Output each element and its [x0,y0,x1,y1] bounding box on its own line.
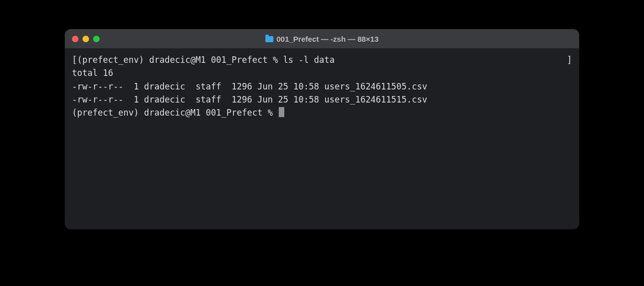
bracket-right: ] [567,53,572,66]
terminal-line: (prefect_env) dradecic@M1 001_Prefect % [72,106,572,119]
folder-icon [265,36,273,42]
terminal-window: 001_Prefect — -zsh — 88×13 [(prefect_env… [65,29,579,229]
terminal-line: [(prefect_env) dradecic@M1 001_Prefect %… [72,53,572,66]
close-button[interactable] [72,36,78,42]
terminal-line: total 16 [72,66,572,79]
prompt-command-line: [(prefect_env) dradecic@M1 001_Prefect %… [72,55,335,65]
traffic-lights [72,36,100,42]
titlebar: 001_Prefect — -zsh — 88×13 [65,29,579,48]
terminal-line: -rw-r--r-- 1 dradecic staff 1296 Jun 25 … [72,93,572,106]
terminal-body[interactable]: [(prefect_env) dradecic@M1 001_Prefect %… [65,48,579,229]
terminal-line: -rw-r--r-- 1 dradecic staff 1296 Jun 25 … [72,80,572,93]
window-title-container: 001_Prefect — -zsh — 88×13 [265,35,378,43]
cursor [279,107,284,117]
window-title: 001_Prefect — -zsh — 88×13 [276,35,378,43]
maximize-button[interactable] [93,36,100,42]
minimize-button[interactable] [83,36,89,42]
prompt: (prefect_env) dradecic@M1 001_Prefect % [72,108,278,118]
